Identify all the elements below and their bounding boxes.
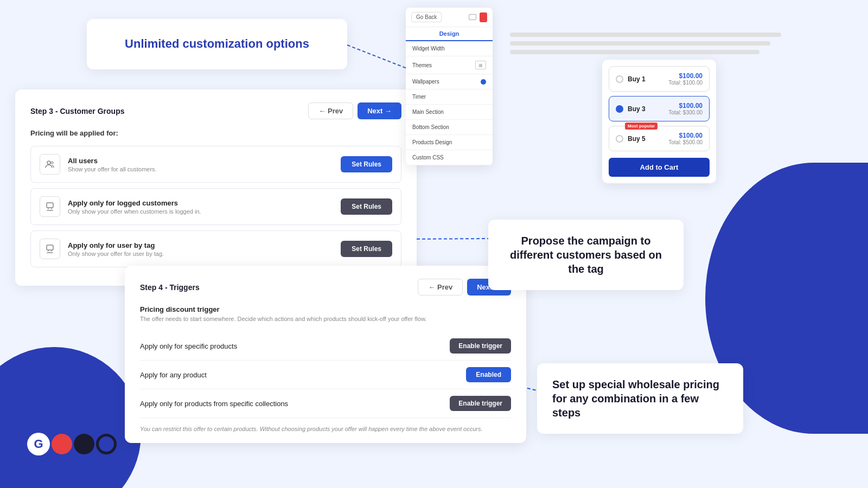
monitor-icon[interactable] bbox=[469, 14, 476, 20]
all-users-icon bbox=[40, 154, 60, 175]
buy-1-name: Buy 1 bbox=[628, 75, 668, 83]
buy-5-price: $100.00 bbox=[668, 132, 703, 139]
user-by-tag-row: Apply only for user by tag Only show you… bbox=[30, 230, 401, 267]
most-popular-badge: Most popular bbox=[625, 123, 658, 130]
triggers-step-label: Step 4 - Triggers bbox=[140, 283, 200, 292]
logo-circle-red bbox=[52, 434, 72, 454]
themes-item[interactable]: Themes ▦ bbox=[406, 56, 493, 74]
design-topbar-icons bbox=[469, 12, 487, 22]
logo-g-circle: G bbox=[27, 433, 50, 455]
custom-css-item[interactable]: Custom CSS bbox=[406, 150, 493, 165]
topbar-line-3 bbox=[510, 50, 760, 54]
logo-g-letter: G bbox=[34, 437, 43, 451]
logged-customers-icon bbox=[40, 196, 60, 217]
callout-tag: Propose the campaign to different custom… bbox=[488, 220, 684, 290]
svg-line-0 bbox=[347, 45, 412, 70]
buy-5-name: Buy 5 bbox=[628, 135, 668, 143]
design-topbar: Go Back bbox=[406, 8, 493, 27]
buy-5-wrapper: Most popular Buy 5 $100.00 Total: $500.0… bbox=[609, 126, 710, 151]
buy-3-name: Buy 3 bbox=[628, 105, 668, 113]
user-by-tag-name: Apply only for user by tag bbox=[68, 241, 164, 249]
wallpapers-item[interactable]: Wallpapers bbox=[406, 74, 493, 89]
trigger-section-title: Pricing discount trigger bbox=[140, 305, 511, 313]
all-users-desc: Show your offer for all customers. bbox=[68, 166, 157, 172]
svg-point-3 bbox=[47, 161, 50, 164]
triggers-prev-btn[interactable]: ← Prev bbox=[418, 279, 463, 296]
user-by-tag-icon bbox=[40, 239, 60, 259]
buy-options-panel: Buy 1 $100.00 Total: $100.00 Buy 3 $100.… bbox=[602, 60, 716, 183]
logo-circle-outline bbox=[96, 434, 117, 454]
logo: G bbox=[27, 433, 117, 455]
go-back-btn[interactable]: Go Back bbox=[411, 12, 442, 22]
products-design-item[interactable]: Products Design bbox=[406, 135, 493, 150]
logo-circle-dark bbox=[74, 434, 94, 454]
any-product-row: Apply for any product Enabled bbox=[140, 361, 511, 389]
specific-products-row: Apply only for specific products Enable … bbox=[140, 332, 511, 361]
svg-rect-6 bbox=[47, 245, 53, 250]
customer-groups-nav: ← Prev Next → bbox=[308, 102, 401, 119]
callout-wholesale: Set up special wholesale pricing for any… bbox=[537, 363, 743, 434]
add-to-cart-btn[interactable]: Add to Cart bbox=[609, 158, 710, 177]
unlimited-title: Unlimited customization options bbox=[108, 36, 326, 52]
buy-5-total: Total: $500.00 bbox=[668, 139, 703, 145]
user-by-tag-desc: Only show your offer for user by tag. bbox=[68, 251, 164, 257]
themes-label: Themes bbox=[412, 62, 432, 68]
timer-item[interactable]: Timer bbox=[406, 89, 493, 105]
any-product-name: Apply for any product bbox=[140, 371, 207, 379]
buy-3-option[interactable]: Buy 3 $100.00 Total: $300.00 bbox=[609, 96, 710, 121]
buy-3-total: Total: $300.00 bbox=[668, 110, 703, 115]
customer-groups-panel: Step 3 - Customer Groups ← Prev Next → P… bbox=[15, 89, 417, 286]
design-panel: Go Back Design Widget Width Themes ▦ Wal… bbox=[406, 8, 493, 165]
customer-groups-step-label: Step 3 - Customer Groups bbox=[30, 107, 124, 115]
bg-circle-left bbox=[0, 347, 141, 488]
triggers-panel: Step 4 - Triggers ← Prev Next → Pricing … bbox=[125, 266, 526, 443]
logged-customers-info: Apply only for logged customers Only sho… bbox=[68, 199, 201, 215]
topbar-line-1 bbox=[510, 33, 781, 37]
buy-3-radio[interactable] bbox=[616, 105, 623, 113]
specific-products-name: Apply only for specific products bbox=[140, 342, 237, 350]
customer-groups-next-btn[interactable]: Next → bbox=[358, 102, 401, 119]
unlimited-panel: Unlimited customization options bbox=[87, 19, 347, 69]
buy-1-price-block: $100.00 Total: $100.00 bbox=[668, 72, 703, 86]
svg-rect-5 bbox=[47, 203, 53, 208]
all-users-info: All users Show your offer for all custom… bbox=[68, 157, 157, 172]
main-section-item[interactable]: Main Section bbox=[406, 105, 493, 120]
triggers-header: Step 4 - Triggers ← Prev Next → bbox=[140, 279, 511, 296]
buy-5-radio[interactable] bbox=[616, 135, 623, 143]
all-users-row: All users Show your offer for all custom… bbox=[30, 146, 401, 183]
any-product-btn[interactable]: Enabled bbox=[466, 367, 511, 382]
customer-groups-prev-btn[interactable]: ← Prev bbox=[308, 102, 353, 119]
specific-collections-row: Apply only for products from specific co… bbox=[140, 389, 511, 418]
logged-customers-desc: Only show your offer when customers is l… bbox=[68, 208, 201, 215]
callout-tag-text: Propose the campaign to different custom… bbox=[503, 234, 668, 276]
buy-1-option[interactable]: Buy 1 $100.00 Total: $100.00 bbox=[609, 66, 710, 92]
buy-5-option[interactable]: Buy 5 $100.00 Total: $500.00 bbox=[609, 126, 710, 151]
buy-1-radio[interactable] bbox=[616, 75, 623, 83]
trigger-note: You can restrict this offer to certain p… bbox=[140, 426, 511, 432]
pricing-label: Pricing will be applied for: bbox=[30, 129, 401, 137]
tablet-icon[interactable] bbox=[480, 12, 487, 22]
wallpapers-label: Wallpapers bbox=[412, 79, 439, 85]
themes-icon: ▦ bbox=[475, 61, 486, 69]
specific-collections-name: Apply only for products from specific co… bbox=[140, 400, 288, 408]
user-by-tag-info: Apply only for user by tag Only show you… bbox=[68, 241, 164, 257]
all-users-name: All users bbox=[68, 157, 157, 165]
wallpaper-dot bbox=[481, 79, 486, 85]
all-users-set-rules-btn[interactable]: Set Rules bbox=[341, 156, 392, 172]
user-by-tag-left: Apply only for user by tag Only show you… bbox=[40, 239, 164, 259]
specific-products-btn[interactable]: Enable trigger bbox=[450, 338, 511, 354]
logged-customers-left: Apply only for logged customers Only sho… bbox=[40, 196, 201, 217]
topbar-lines bbox=[510, 33, 781, 59]
svg-point-4 bbox=[51, 162, 53, 164]
buy-5-price-block: $100.00 Total: $500.00 bbox=[668, 132, 703, 145]
logged-customers-set-rules-btn[interactable]: Set Rules bbox=[341, 198, 392, 215]
buy-3-price-block: $100.00 Total: $300.00 bbox=[668, 102, 703, 115]
design-tab[interactable]: Design bbox=[406, 27, 493, 41]
trigger-section-desc: The offer needs to start somewhere. Deci… bbox=[140, 316, 511, 322]
specific-collections-btn[interactable]: Enable trigger bbox=[450, 396, 511, 411]
bottom-section-item[interactable]: Bottom Section bbox=[406, 120, 493, 135]
widget-width-item[interactable]: Widget Width bbox=[406, 41, 493, 56]
logged-customers-name: Apply only for logged customers bbox=[68, 199, 201, 207]
all-users-left: All users Show your offer for all custom… bbox=[40, 154, 157, 175]
user-by-tag-set-rules-btn[interactable]: Set Rules bbox=[341, 241, 392, 257]
